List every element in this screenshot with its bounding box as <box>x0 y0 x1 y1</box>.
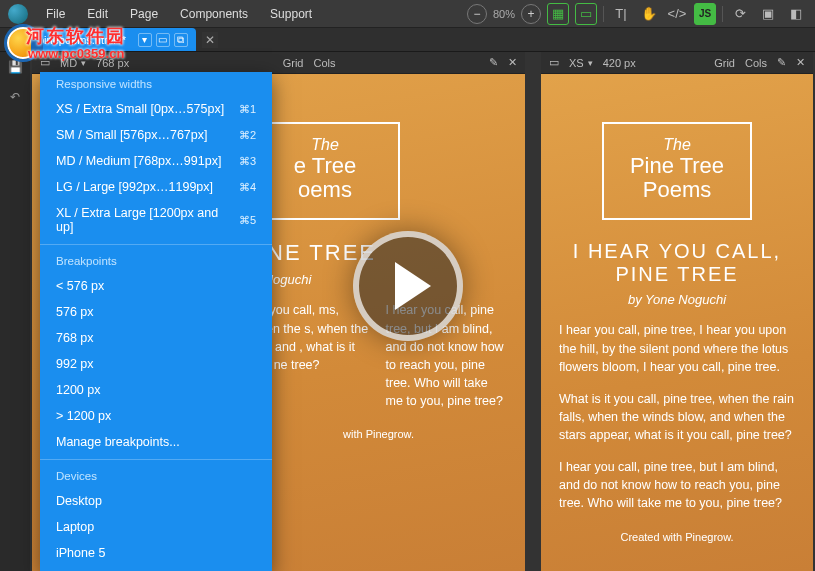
refresh-icon[interactable]: ⟳ <box>729 3 751 25</box>
pane-grid-toggle[interactable]: Grid <box>714 57 735 69</box>
side-strip: 💾 ↶ <box>0 52 30 571</box>
title-small: The <box>260 136 390 154</box>
poem-para-3: I hear you call, pine tree, but I am bli… <box>559 458 795 512</box>
tab-close-button[interactable]: ✕ <box>202 32 218 48</box>
pane-cols-toggle[interactable]: Cols <box>313 57 335 69</box>
code-tool-icon[interactable]: </> <box>666 3 688 25</box>
pane-size-selector[interactable]: XS ▾ <box>569 57 593 69</box>
dd-width-sm[interactable]: SM / Small [576px…767px]⌘2 <box>40 122 272 148</box>
pane-close-icon[interactable]: ✕ <box>796 56 805 69</box>
menu-file[interactable]: File <box>36 3 75 25</box>
dd-bp-2[interactable]: 768 px <box>40 325 272 351</box>
pane-width-label: 768 px <box>96 57 129 69</box>
dd-bp-manage[interactable]: Manage breakpoints... <box>40 429 272 455</box>
tab-action-menu-icon[interactable]: ▾ <box>138 33 152 47</box>
title-small: The <box>612 136 742 154</box>
pane-cols-toggle[interactable]: Cols <box>745 57 767 69</box>
menubar: File Edit Page Components Support − 80% … <box>0 0 815 28</box>
tab-filename: pinepoems.html <box>38 34 116 46</box>
chevron-down-icon: ▾ <box>588 58 593 68</box>
text-tool-icon[interactable]: T| <box>610 3 632 25</box>
dd-dev-iphone6[interactable]: iPhone 6 <box>40 566 272 571</box>
poem-footer: Created with Pinegrow. <box>559 531 795 543</box>
zoom-value: 80% <box>493 8 515 20</box>
app-logo-icon <box>8 4 28 24</box>
dd-bp-0[interactable]: < 576 px <box>40 273 272 299</box>
grid-toggle-icon[interactable]: ▦ <box>547 3 569 25</box>
pane-close-icon[interactable]: ✕ <box>508 56 517 69</box>
dd-bp-4[interactable]: 1200 px <box>40 377 272 403</box>
pane-right-canvas[interactable]: The Pine Tree Poems I HEAR YOU CALL, PIN… <box>541 74 813 571</box>
chevron-down-icon: ▾ <box>81 58 86 68</box>
dd-bp-3[interactable]: 992 px <box>40 351 272 377</box>
pane-device-icon[interactable]: ▭ <box>549 56 559 69</box>
pane-grid-toggle[interactable]: Grid <box>283 57 304 69</box>
menu-page[interactable]: Page <box>120 3 168 25</box>
dd-dev-desktop[interactable]: Desktop <box>40 488 272 514</box>
pane-edit-icon[interactable]: ✎ <box>489 56 498 69</box>
js-toggle-icon[interactable]: JS <box>694 3 716 25</box>
dd-dev-laptop[interactable]: Laptop <box>40 514 272 540</box>
poem-heading: I HEAR YOU CALL, PINE TREE <box>559 240 795 286</box>
play-overlay-button[interactable] <box>353 231 463 341</box>
title-big: Pine Tree Poems <box>612 154 742 202</box>
pane-edit-icon[interactable]: ✎ <box>777 56 786 69</box>
tab-dirty-indicator: * <box>122 34 126 46</box>
pane-size-label: MD <box>60 57 77 69</box>
save-icon[interactable]: 💾 <box>6 58 24 76</box>
undo-icon[interactable]: ↶ <box>6 88 24 106</box>
dd-width-xl[interactable]: XL / Extra Large [1200px and up]⌘5 <box>40 200 272 240</box>
poem-byline: by Yone Noguchi <box>559 292 795 307</box>
size-dropdown: Responsive widths XS / Extra Small [0px…… <box>40 72 272 571</box>
pane-size-selector[interactable]: MD ▾ <box>60 57 86 69</box>
menu-support[interactable]: Support <box>260 3 322 25</box>
title-big: e Treeoems <box>260 154 390 202</box>
poem-para-1: I hear you call, pine tree, I hear you u… <box>559 321 795 375</box>
tab-action-page-icon[interactable]: ▭ <box>156 33 170 47</box>
zoom-out-button[interactable]: − <box>467 4 487 24</box>
dd-width-xs[interactable]: XS / Extra Small [0px…575px]⌘1 <box>40 96 272 122</box>
panel-icon[interactable]: ▣ <box>757 3 779 25</box>
dd-width-lg[interactable]: LG / Large [992px…1199px]⌘4 <box>40 174 272 200</box>
dd-bp-5[interactable]: > 1200 px <box>40 403 272 429</box>
pane-size-label: XS <box>569 57 584 69</box>
menu-edit[interactable]: Edit <box>77 3 118 25</box>
page-icon[interactable]: 📄 <box>6 30 24 48</box>
hand-tool-icon[interactable]: ✋ <box>638 3 660 25</box>
tab-action-dup-icon[interactable]: ⧉ <box>174 33 188 47</box>
dd-header-devices: Devices <box>40 464 272 488</box>
tab-bar: 📄 pinepoems.html* ▾ ▭ ⧉ ✕ <box>0 28 815 52</box>
pane-device-icon[interactable]: ▭ <box>40 56 50 69</box>
viewport-icon[interactable]: ▭ <box>575 3 597 25</box>
pane-width-label: 420 px <box>603 57 636 69</box>
dd-header-breakpoints: Breakpoints <box>40 249 272 273</box>
dd-width-md[interactable]: MD / Medium [768px…991px]⌘3 <box>40 148 272 174</box>
dd-bp-1[interactable]: 576 px <box>40 299 272 325</box>
poem-para-2: What is it you call, pine tree, when the… <box>559 390 795 444</box>
dd-header-responsive: Responsive widths <box>40 72 272 96</box>
dd-dev-iphone5[interactable]: iPhone 5 <box>40 540 272 566</box>
tab-active[interactable]: pinepoems.html* ▾ ▭ ⧉ <box>30 28 196 51</box>
menu-components[interactable]: Components <box>170 3 258 25</box>
zoom-in-button[interactable]: + <box>521 4 541 24</box>
pane-right: ▭ XS ▾ 420 px Grid Cols ✎ ✕ The Pine Tre… <box>541 52 813 571</box>
layout-icon[interactable]: ◧ <box>785 3 807 25</box>
